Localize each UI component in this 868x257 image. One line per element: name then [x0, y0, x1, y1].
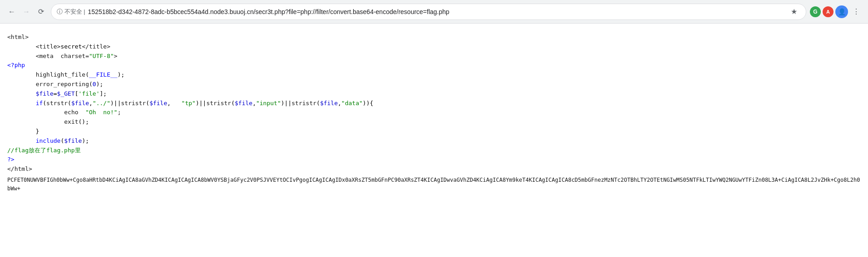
line-comment: //flag放在了flag.php里 [7, 146, 861, 155]
line-include: include($file); [7, 136, 861, 146]
bookmark-button[interactable]: ★ [788, 5, 800, 18]
line-exit: exit(); [7, 117, 861, 127]
line-html-open: <html> [7, 33, 861, 42]
security-icon: ⓘ 不安全 | [57, 8, 85, 16]
line-html-close: </html> [7, 165, 861, 174]
url-text: 152518b2-d342-4872-8adc-b5bcec554a4d.nod… [88, 8, 785, 15]
line-brace-close: } [7, 127, 861, 136]
nav-buttons: ← → ⟳ [5, 5, 47, 18]
line-echo: echo "Oh no!"; [7, 108, 861, 117]
page-content: <html> <title>secret</title> <meta chars… [0, 24, 868, 202]
extension-green-label: G [813, 9, 817, 15]
line-file-get: $file=$_GET['file']; [7, 89, 861, 99]
line-error: error_reporting(0); [7, 80, 861, 89]
back-button[interactable]: ← [5, 5, 18, 18]
base64-output: PCFET0NUWVBFIGh0bWw+Cgo8aHRtbD4KCiAgICA8… [7, 176, 861, 193]
extension-icon-green[interactable]: G [810, 6, 821, 17]
line-meta: <meta charset="UTF-8"> [7, 52, 861, 61]
reload-button[interactable]: ⟳ [35, 5, 47, 18]
line-php-open: <?php [7, 61, 861, 70]
browser-toolbar: ← → ⟳ ⓘ 不安全 | 152518b2-d342-4872-8adc-b5… [0, 0, 868, 24]
profile-icon: 👤 [838, 8, 846, 15]
forward-button[interactable]: → [20, 5, 33, 18]
menu-button[interactable]: ⋮ [850, 5, 863, 18]
extension-icon-red[interactable]: A [823, 6, 833, 17]
line-if: if(strstr($file,"../")||stristr($file, "… [7, 99, 861, 108]
line-title: <title>secret</title> [7, 42, 861, 52]
extension-red-label: A [826, 9, 830, 15]
line-php-close: ?> [7, 155, 861, 165]
toolbar-right: G A 👤 ⋮ [810, 5, 863, 18]
address-bar[interactable]: ⓘ 不安全 | 152518b2-d342-4872-8adc-b5bcec55… [51, 4, 806, 20]
line-highlight: highlight_file(__FILE__); [7, 70, 861, 80]
profile-button[interactable]: 👤 [835, 5, 848, 18]
code-block: <html> <title>secret</title> <meta chars… [7, 33, 861, 174]
